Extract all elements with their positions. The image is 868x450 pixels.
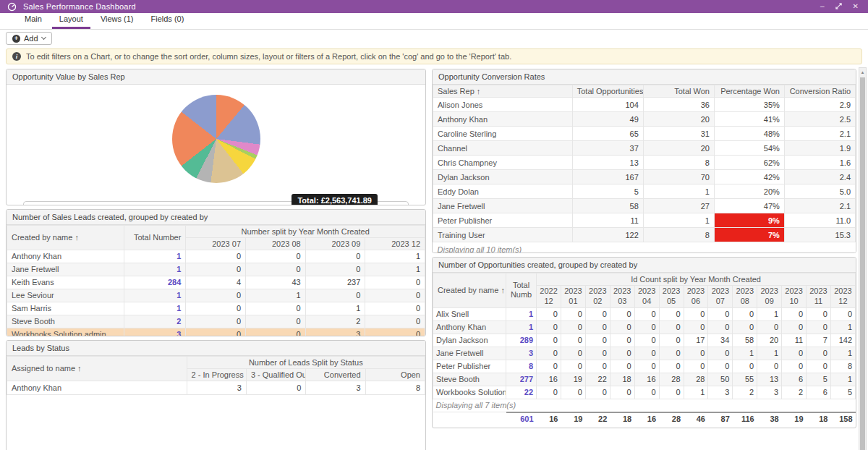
column-header-name[interactable]: Created by name↑ bbox=[433, 273, 506, 308]
column-header[interactable]: 202304 bbox=[634, 286, 659, 308]
row-total-link[interactable]: 1 bbox=[506, 320, 537, 334]
column-header-conversion-ratio[interactable]: Conversion Ratio bbox=[784, 85, 855, 98]
column-header[interactable]: 2023 09 bbox=[305, 237, 365, 250]
tab-views[interactable]: Views (1) bbox=[93, 12, 141, 29]
column-header[interactable]: 2023 12 bbox=[365, 237, 425, 250]
panel-header[interactable]: Number of Opportunities created, grouped… bbox=[433, 258, 856, 273]
close-icon[interactable]: ✕ bbox=[851, 3, 861, 10]
table-row[interactable]: Eddy Dolan5120%5.0 bbox=[433, 184, 856, 199]
column-header[interactable]: 2 - In Progress bbox=[187, 368, 246, 381]
table-row[interactable]: Lee Seviour10100 bbox=[7, 289, 425, 302]
table-row[interactable]: Steve Booth27716192218162828505513651 bbox=[433, 373, 856, 386]
pie-chart[interactable] bbox=[172, 95, 260, 183]
tab-main[interactable]: Main bbox=[17, 12, 49, 29]
row-total-link[interactable]: 1 bbox=[124, 250, 186, 263]
table-row[interactable]: Dylan Jackson1677042%2.4 bbox=[433, 170, 856, 184]
column-header[interactable]: 2023 07 bbox=[186, 237, 246, 250]
table-row[interactable]: Jane Fretwell10001 bbox=[7, 263, 425, 276]
column-header-percentage-won[interactable]: Percentage Won bbox=[714, 85, 784, 98]
column-header[interactable]: 202305 bbox=[659, 286, 684, 308]
row-cell: 2.1 bbox=[784, 127, 855, 141]
scrollbar-thumb[interactable] bbox=[860, 77, 865, 450]
column-header[interactable]: 202312 bbox=[830, 286, 855, 308]
row-total-link[interactable]: 3 bbox=[506, 347, 537, 360]
column-header[interactable]: 202306 bbox=[684, 286, 708, 308]
table-row[interactable]: Anthony Khan3038 bbox=[7, 381, 425, 394]
row-cell: 43 bbox=[246, 276, 306, 289]
table-row[interactable]: Peter Publisher1119%11.0 bbox=[433, 213, 856, 228]
column-header[interactable]: 202302 bbox=[585, 286, 610, 308]
column-header[interactable]: 202301 bbox=[561, 286, 585, 308]
column-header[interactable]: 202309 bbox=[757, 286, 782, 308]
table-row[interactable]: Workbooks Solution admin30030 bbox=[7, 328, 425, 336]
maximize-icon[interactable] bbox=[833, 3, 844, 11]
column-header[interactable]: 202311 bbox=[807, 286, 831, 308]
table-row[interactable]: Jane Fretwell582747%2.1 bbox=[433, 199, 856, 213]
row-name: Keith Evans bbox=[7, 276, 124, 289]
column-header[interactable]: 202303 bbox=[610, 286, 634, 308]
table-row[interactable]: Sam Harris10010 bbox=[7, 302, 425, 315]
panel-header[interactable]: Opportunity Conversion Rates bbox=[433, 69, 856, 85]
row-cell: 0 bbox=[634, 347, 659, 360]
panel-header[interactable]: Opportunity Value by Sales Rep bbox=[7, 69, 425, 85]
column-group-header: Id Count split by Year Month Created bbox=[537, 273, 856, 286]
table-row[interactable]: Keith Evans2844432370 bbox=[7, 276, 425, 289]
row-total-link[interactable]: 2 bbox=[124, 315, 186, 328]
table-row[interactable]: Anthony Khan10000000000001 bbox=[433, 320, 856, 334]
display-count-text: Displaying all 10 item(s) bbox=[433, 242, 856, 254]
panel-header[interactable]: Number of Sales Leads created, grouped b… bbox=[7, 210, 425, 225]
scroll-up-icon[interactable]: ▲ bbox=[859, 68, 866, 77]
column-header[interactable]: 3 - Qualified Out bbox=[246, 368, 305, 381]
row-total-link[interactable]: 1 bbox=[506, 307, 537, 320]
row-cell: 58 bbox=[572, 199, 643, 213]
column-header[interactable]: Open bbox=[365, 368, 425, 381]
row-total-link[interactable]: 22 bbox=[506, 386, 537, 399]
column-header[interactable]: 202310 bbox=[782, 286, 807, 308]
column-header-total[interactable]: Total Number bbox=[124, 225, 186, 250]
column-header[interactable]: Converted bbox=[306, 368, 365, 381]
row-cell: 15.3 bbox=[784, 228, 855, 242]
table-row[interactable]: Training User12287%15.3 bbox=[433, 228, 856, 242]
vertical-scrollbar[interactable]: ▲ bbox=[859, 67, 867, 450]
panel-header[interactable]: Leads by Status bbox=[7, 341, 425, 356]
column-header-total-opportunities[interactable]: Total Opportunities bbox=[572, 85, 643, 98]
tab-layout[interactable]: Layout bbox=[52, 12, 90, 29]
row-total-link[interactable]: 8 bbox=[506, 360, 537, 373]
column-header-name[interactable]: Assigned to name↑ bbox=[7, 356, 187, 381]
row-cell: 0 bbox=[186, 328, 246, 336]
row-total-link[interactable]: 277 bbox=[506, 373, 537, 386]
row-total-link[interactable]: 1 bbox=[124, 263, 186, 276]
column-header[interactable]: 202308 bbox=[733, 286, 757, 308]
add-button[interactable]: + Add bbox=[6, 32, 52, 45]
row-total-link[interactable]: 1 bbox=[124, 289, 186, 302]
table-row[interactable]: Steve Booth20020 bbox=[7, 315, 425, 328]
table-row[interactable]: Alix Snell10000000001000 bbox=[433, 307, 856, 320]
table-row[interactable]: Anthony Khan10001 bbox=[7, 250, 425, 263]
column-header[interactable]: 202307 bbox=[708, 286, 733, 308]
minimize-icon[interactable]: – bbox=[818, 3, 827, 10]
column-header-name[interactable]: Created by name↑ bbox=[7, 225, 124, 250]
column-header-total-won[interactable]: Total Won bbox=[643, 85, 714, 98]
table-row[interactable]: Anthony Khan492041%2.5 bbox=[433, 112, 856, 127]
row-name: Dylan Jackson bbox=[433, 170, 573, 184]
column-header[interactable]: 202212 bbox=[537, 286, 561, 308]
table-row[interactable]: Workbooks Solution admin220000001323265 bbox=[433, 386, 856, 399]
table-row[interactable]: Peter Publisher80000000000008 bbox=[433, 360, 856, 373]
row-total-link[interactable]: 284 bbox=[124, 276, 186, 289]
table-row[interactable]: Alison Jones1043635%2.9 bbox=[433, 98, 856, 112]
row-cell: 7% bbox=[714, 228, 784, 242]
row-name: Alison Jones bbox=[433, 98, 573, 112]
row-total-link[interactable]: 289 bbox=[506, 334, 537, 347]
column-header-sales-rep[interactable]: Sales Rep↑ bbox=[433, 85, 573, 98]
table-row[interactable]: Channel372054%1.9 bbox=[433, 141, 856, 156]
table-row[interactable]: Chris Champney13862%1.6 bbox=[433, 156, 856, 170]
table-row[interactable]: Dylan Jackson28900000017345820117142 bbox=[433, 334, 856, 347]
tab-fields[interactable]: Fields (0) bbox=[144, 12, 192, 29]
table-row[interactable]: Jane Fretwell30000000011001 bbox=[433, 347, 856, 360]
column-header[interactable]: 2023 08 bbox=[246, 237, 306, 250]
row-total-link[interactable]: 3 bbox=[124, 328, 186, 336]
table-row[interactable]: Caroline Sterling653148%2.1 bbox=[433, 127, 856, 141]
row-name: Training User bbox=[433, 228, 573, 242]
row-total-link[interactable]: 1 bbox=[124, 302, 186, 315]
column-header-total[interactable]: TotalNumb bbox=[506, 273, 537, 308]
